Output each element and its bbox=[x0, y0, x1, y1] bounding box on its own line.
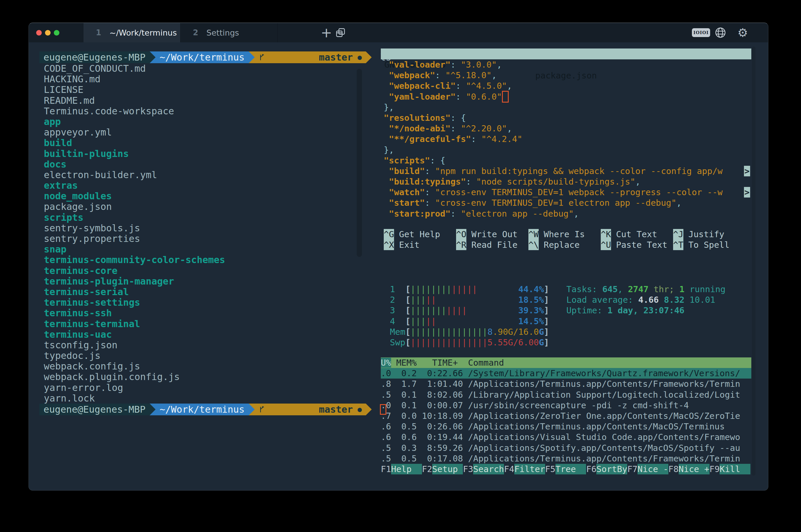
nano-shortcut[interactable]: ^U Paste Text bbox=[601, 240, 673, 250]
ls-output: CODE_OF_CONDUCT.md HACKING.md LICENSE RE… bbox=[44, 63, 225, 403]
htop-tasks-info: Tasks: 645, 2747 thr; 1 runningLoad aver… bbox=[566, 284, 725, 316]
ls-entry: package.json bbox=[44, 201, 225, 212]
htop-fkey[interactable]: F8 Nice + bbox=[668, 464, 710, 474]
git-branch-name: master bbox=[319, 404, 353, 415]
prompt-git-segment: master● bbox=[255, 52, 366, 63]
left-pane-scrollbar[interactable] bbox=[357, 69, 362, 257]
htop-fkey[interactable]: F5 Tree bbox=[545, 464, 586, 474]
shortcut-label: To Spell bbox=[688, 240, 729, 250]
ls-entry: electron-builder.yml bbox=[44, 170, 225, 180]
prompt-path: ~/Work/terminus bbox=[155, 52, 249, 63]
fkey-number: F4 bbox=[504, 464, 514, 474]
powerline-chevron bbox=[366, 52, 372, 63]
ls-entry: appveyor.yml bbox=[44, 127, 225, 137]
sort-column-header[interactable]: U% bbox=[381, 358, 391, 368]
process-row[interactable]: .0 0.2 0:22.66 /System/Library/Framework… bbox=[381, 368, 751, 379]
right-pane-scrollbar[interactable] bbox=[752, 46, 756, 476]
ls-entry: terminus-terminal bbox=[44, 319, 225, 329]
plus-icon: + bbox=[321, 25, 332, 41]
fkey-label: Kill bbox=[720, 464, 750, 474]
nano-shortcut[interactable]: ^J Justify bbox=[673, 229, 745, 240]
settings-button[interactable]: ⚙ bbox=[736, 26, 749, 39]
process-table-header[interactable]: U% MEM% TIME+ Command bbox=[381, 357, 751, 368]
web-button[interactable] bbox=[714, 26, 727, 39]
shortcut-key: ^G bbox=[384, 229, 394, 240]
fkey-label: Tree bbox=[556, 464, 586, 474]
left-terminal-pane[interactable]: eugene@Eugenes-MBP ~/Work/terminus maste… bbox=[39, 42, 380, 483]
process-row[interactable]: .5 0.1 8:02.06 /Library/Application Supp… bbox=[381, 390, 751, 400]
nano-shortcut[interactable]: ^W Where Is bbox=[528, 229, 601, 240]
process-row[interactable]: .0 0.1 0:00.07 /usr/sbin/screencapture -… bbox=[381, 400, 751, 411]
process-row[interactable]: .5 0.5 0:17.08 /Applications/Terminus.ap… bbox=[381, 453, 751, 464]
right-terminal-pane[interactable]: GNU nano 4.5 package.json "val-loader": … bbox=[381, 42, 751, 490]
duplicate-window-icon bbox=[335, 27, 346, 38]
shortcut-label: Read File bbox=[471, 240, 518, 250]
process-row[interactable]: .8 1.7 1:01.40 /Applications/Terminus.ap… bbox=[381, 379, 751, 389]
minimize-button[interactable] bbox=[45, 30, 51, 36]
fkey-label: Nice - bbox=[637, 464, 668, 474]
close-button[interactable] bbox=[36, 30, 42, 36]
shell-prompt: eugene@Eugenes-MBP ~/Work/terminus maste… bbox=[39, 403, 386, 415]
powerline-chevron bbox=[150, 52, 155, 63]
ls-entry: terminus-uac bbox=[44, 329, 225, 340]
shortcut-key: ^X bbox=[384, 240, 394, 250]
shell-prompt: eugene@Eugenes-MBP ~/Work/terminus maste… bbox=[39, 52, 391, 63]
htop-fkey[interactable]: F6 SortBy bbox=[586, 464, 627, 474]
process-row[interactable]: .7 0.0 10:18.09 /Applications/ZeroTier O… bbox=[381, 411, 751, 421]
process-row[interactable]: .6 0.5 0:26.06 /Applications/Terminus.ap… bbox=[381, 421, 751, 432]
nano-shortcut[interactable]: ^X Exit bbox=[384, 240, 456, 250]
fkey-number: F2 bbox=[422, 464, 432, 474]
fkey-label: Filter bbox=[514, 464, 545, 474]
serial-port-button[interactable]: IOIOI bbox=[692, 28, 710, 37]
fkey-label: Help bbox=[391, 464, 422, 474]
prompt-user-host: eugene@Eugenes-MBP bbox=[39, 52, 150, 63]
split-tabs-button[interactable] bbox=[334, 26, 347, 39]
shortcut-key: ^T bbox=[673, 240, 683, 250]
nano-shortcut[interactable]: ^G Get Help bbox=[384, 229, 456, 240]
htop-fkey[interactable]: F9 Kill bbox=[710, 464, 751, 474]
shortcut-label: Get Help bbox=[399, 229, 440, 240]
ls-entry: yarn-error.log bbox=[44, 382, 225, 393]
shortcut-key: ^K bbox=[601, 229, 611, 240]
powerline-chevron bbox=[249, 403, 255, 415]
nano-editor-content: "val-loader": "3.0.0", "webpack": "^5.18… bbox=[381, 59, 751, 219]
ls-entry: terminus-serial bbox=[44, 287, 225, 297]
ls-entry: sentry-symbols.js bbox=[44, 223, 225, 233]
new-tab-button[interactable]: + bbox=[320, 26, 333, 39]
tab[interactable]: 1 ~/Work/terminus bbox=[83, 23, 181, 42]
shortcut-label: Cut Text bbox=[616, 229, 657, 240]
zoom-button[interactable] bbox=[54, 30, 59, 36]
fkey-number: F7 bbox=[627, 464, 637, 474]
powerline-chevron bbox=[366, 403, 372, 415]
shortcut-key: ^U bbox=[601, 240, 611, 250]
process-row[interactable]: .6 0.6 0:19.44 /Applications/Visual Stud… bbox=[381, 432, 751, 442]
process-row[interactable]: .5 0.3 8:59.26 /Applications/Spotify.app… bbox=[381, 443, 751, 453]
ls-entry: extras bbox=[44, 180, 225, 191]
powerline-chevron bbox=[249, 52, 255, 63]
ls-entry: terminus-core bbox=[44, 265, 225, 276]
htop-fkey[interactable]: F2 Setup bbox=[422, 464, 463, 474]
git-dirty-dot: ● bbox=[358, 405, 362, 414]
shortcut-key: ^R bbox=[456, 240, 466, 250]
htop-fkey[interactable]: F7 Nice - bbox=[627, 464, 668, 474]
fkey-label: Nice + bbox=[679, 464, 710, 474]
ls-entry: node_modules bbox=[44, 191, 225, 201]
prompt-user-host: eugene@Eugenes-MBP bbox=[39, 403, 150, 415]
nano-shortcut[interactable]: ^K Cut Text bbox=[601, 229, 673, 240]
htop-fkey[interactable]: F3 Search bbox=[463, 464, 504, 474]
fkey-number: F6 bbox=[586, 464, 596, 474]
nano-shortcut[interactable]: ^T To Spell bbox=[673, 240, 745, 250]
htop-fkey[interactable]: F4 Filter bbox=[504, 464, 545, 474]
shortcut-key: ^\ bbox=[528, 240, 539, 250]
prompt-git-segment: master● bbox=[255, 403, 366, 415]
nano-shortcut[interactable]: ^\ Replace bbox=[528, 240, 601, 250]
ls-entry: yarn.lock bbox=[44, 393, 225, 403]
nano-shortcut-bar: ^G Get Help ^O Write Out ^W Where Is bbox=[384, 229, 745, 250]
ls-entry: sentry.properties bbox=[44, 233, 225, 244]
ls-entry: Terminus.code-workspace bbox=[44, 106, 225, 116]
nano-shortcut[interactable]: ^O Write Out bbox=[456, 229, 528, 240]
fkey-label: Setup bbox=[432, 464, 463, 474]
shortcut-label: Paste Text bbox=[616, 240, 668, 250]
nano-shortcut[interactable]: ^R Read File bbox=[456, 240, 528, 250]
htop-fkey[interactable]: F1 Help bbox=[381, 464, 422, 474]
